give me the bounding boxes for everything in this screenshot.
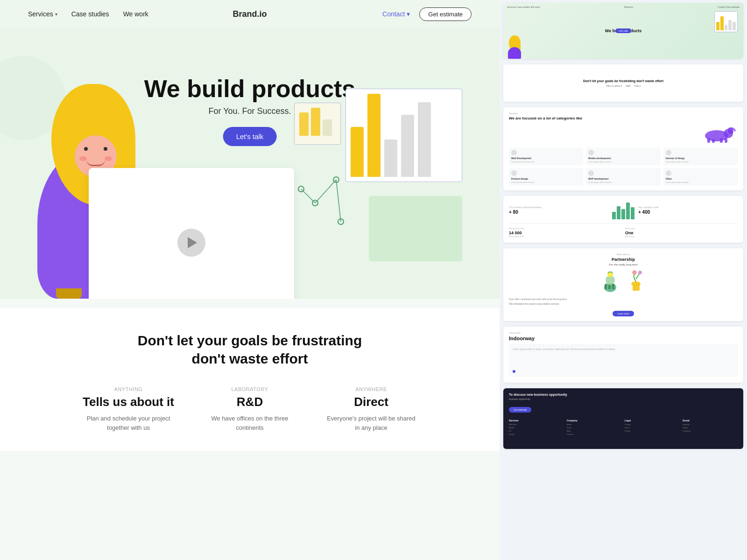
svg-rect-16 — [725, 138, 727, 143]
nav-logo: Brand.io — [233, 9, 267, 19]
thumb3-label: Services — [509, 112, 738, 115]
goals-card-title-2: Direct — [324, 395, 418, 409]
thumbnail-stats[interactable]: Our numbers speak themselves + 80 Avg. c… — [503, 196, 743, 243]
nav-case-studies[interactable]: Case studies — [71, 10, 109, 18]
goals-card-label-0: Anything — [82, 386, 175, 392]
thumb4-bottom: Anti-integras build 14 000 Anti-integras… — [509, 227, 738, 238]
thumb3-card-0: Web Development Lorem ipsum dolor sit am… — [509, 147, 583, 165]
thumb3-grid: Web Development Lorem ipsum dolor sit am… — [509, 147, 738, 186]
navigation: Services ▾ Case studies We work Brand.io… — [0, 0, 500, 28]
svg-rect-19 — [605, 284, 607, 289]
services-chevron-icon: ▾ — [55, 12, 57, 17]
thumb6-label: Case study — [509, 331, 738, 334]
hero-subtitle: For You. For Success. — [208, 106, 291, 116]
svg-rect-14 — [712, 139, 715, 143]
thumb5-btn[interactable]: Learn more — [613, 311, 634, 316]
play-icon — [188, 237, 197, 248]
svg-point-25 — [632, 270, 637, 275]
thumb3-card-icon-3 — [511, 170, 517, 176]
thumb5-char-right — [628, 270, 644, 295]
thumb7-content: To discuss new business opportunity busi… — [503, 388, 743, 449]
thumb3-card-2: Internet of things Lorem ipsum dolor sit… — [663, 147, 738, 165]
thumbnail-partnership[interactable]: Work with us Partnership For the really … — [503, 248, 743, 321]
thumbnail-services[interactable]: Services We are focused on a lot of cate… — [503, 107, 743, 190]
thumb5-characters — [509, 270, 738, 295]
divider — [509, 223, 738, 224]
svg-rect-1 — [311, 108, 320, 136]
video-area — [89, 168, 294, 299]
thumb3-card-icon-2 — [666, 150, 671, 155]
thumb5-title: Partnership — [509, 257, 738, 262]
thumb1-nav: Services Case studies We work Brand.io C… — [507, 6, 740, 8]
thumb4-stat-2: Avg. company build + 400 — [638, 206, 738, 215]
thumb5-desc1: Over 400+ customers has work with us for… — [509, 298, 738, 301]
thumb3-card-4: MVP development Lorem ipsum dolor sit am… — [586, 168, 660, 186]
thumb3-card-5: Other Lorem ipsum dolor sit amet... — [663, 168, 738, 186]
nav-right: Contact ▾ Get estimate — [382, 7, 472, 21]
thumb4-stat-4: Anti-id goes One Anti-id goes — [625, 227, 738, 238]
thumb3-card-icon-5 — [666, 170, 671, 176]
thumb4-stat-3: Anti-integras build 14 000 Anti-integras… — [509, 227, 621, 238]
thumb5-desc2: We embedded the project using reliable s… — [509, 302, 738, 305]
thumb6-content: Case study Indoorway Lorem ipsum dolor s… — [503, 327, 743, 383]
thumb7-title: To discuss new business opportunity — [509, 393, 738, 396]
contact-chevron-icon: ▾ — [407, 10, 410, 18]
nav-left: Services ▾ Case studies We work — [28, 10, 148, 18]
play-button[interactable] — [177, 229, 205, 257]
thumb2-title: Don't let your goals be frustrating don'… — [583, 79, 663, 83]
thumb3-card-3: Product design Lorem ipsum dolor sit ame… — [509, 168, 583, 186]
thumb3-card-icon-0 — [511, 150, 517, 155]
thumbnail-footer[interactable]: To discuss new business opportunity busi… — [503, 388, 743, 449]
thumb1-chart — [714, 11, 738, 32]
svg-line-9 — [336, 180, 341, 222]
chart-box-left — [294, 103, 341, 145]
thumb1-content: Services Case studies We work Brand.io C… — [503, 3, 743, 59]
thumb3-card-icon-1 — [588, 150, 594, 155]
thumbnail-case-study[interactable]: Case study Indoorway Lorem ipsum dolor s… — [503, 327, 743, 383]
nav-contact[interactable]: Contact ▾ — [382, 10, 410, 18]
thumb5-label: Work with us — [509, 253, 738, 256]
thumb5-content: Work with us Partnership For the really … — [503, 248, 743, 321]
thumbnail-hero[interactable]: Services Case studies We work Brand.io C… — [503, 3, 743, 59]
svg-point-26 — [638, 271, 642, 274]
thumb3-card-1: Mobile development Lorem ipsum dolor sit… — [586, 147, 660, 165]
thumb5-char-left — [602, 270, 619, 295]
svg-line-7 — [301, 189, 315, 203]
thumb4-chart — [612, 201, 634, 219]
nav-services[interactable]: Services ▾ — [28, 10, 57, 18]
dog-icon — [700, 124, 738, 143]
goals-card-1: Laboratory R&D We have offices on the th… — [203, 386, 296, 432]
hero-section: We build products For You. For Success. … — [0, 28, 500, 299]
goals-card-title-0: Tells us about it — [82, 395, 175, 409]
thumb6-title: Indoorway — [509, 336, 738, 341]
thumb5-sub: For the really long term — [509, 263, 738, 266]
thumb3-dog-area — [509, 124, 738, 145]
goals-card-0: Anything Tells us about it Plan and sche… — [82, 386, 175, 432]
thumb6-placeholder-text: Lorem ipsum dolor sit amet, consectetur … — [513, 348, 734, 350]
hero-green-rect — [369, 196, 462, 261]
main-content: Services ▾ Case studies We work Brand.io… — [0, 0, 500, 560]
hero-cta-button[interactable]: Let's talk — [223, 127, 277, 146]
thumbnail-goals[interactable]: Don't let your goals be frustrating don'… — [503, 64, 743, 102]
goals-section: Don't let your goals be frustrating don'… — [0, 308, 500, 451]
thumb1-body — [508, 47, 521, 59]
thumb1-cta: Let's talk — [615, 28, 631, 33]
thumb1-character — [508, 35, 522, 59]
svg-point-24 — [631, 281, 641, 286]
thumb7-col-2: Legal Privacy Terms Cookie — [625, 419, 680, 436]
goals-card-title-1: R&D — [203, 395, 296, 409]
svg-rect-15 — [720, 138, 723, 143]
thumb4-stat-1: Our numbers speak themselves + 80 — [509, 206, 608, 215]
thumb7-col-1: Company About Team Blog Careers — [567, 419, 622, 436]
thumb6-main: Lorem ipsum dolor sit amet, consectetur … — [509, 344, 738, 377]
goals-card-2: Anywhere Direct Everyone's project will … — [324, 386, 418, 432]
thumb7-links: Services Web Dev Mobile IoT Design Compa… — [509, 419, 738, 436]
get-estimate-button[interactable]: Get estimate — [419, 7, 472, 21]
thumb7-btn[interactable]: Get estimate — [509, 407, 531, 413]
goals-card-desc-0: Plan and schedule your project together … — [82, 414, 175, 432]
nav-we-work[interactable]: We work — [123, 10, 148, 18]
thumb7-col-0: Services Web Dev Mobile IoT Design — [509, 419, 564, 436]
thumb4-stats-row: Our numbers speak themselves + 80 Avg. c… — [509, 201, 738, 219]
thumb7-sub: business opportunity — [509, 398, 738, 400]
svg-rect-0 — [299, 112, 309, 136]
